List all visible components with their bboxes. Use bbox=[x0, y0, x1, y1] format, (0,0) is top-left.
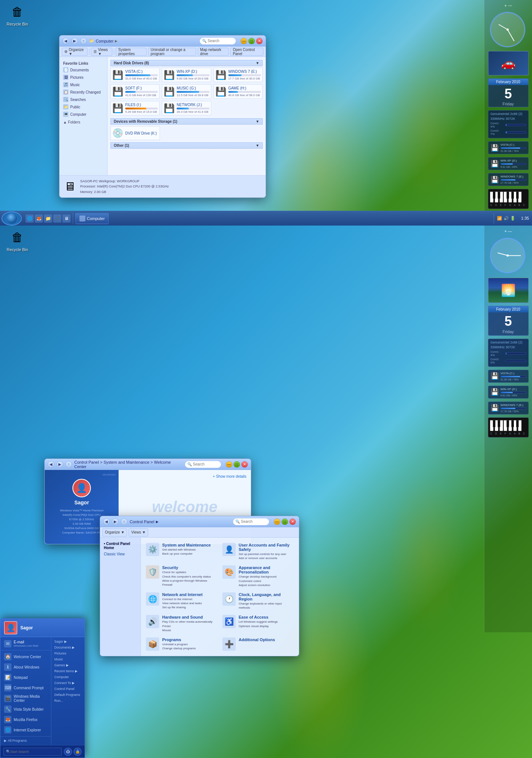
car-thumbnail[interactable]: 🚗 bbox=[488, 51, 529, 75]
sm-about-windows[interactable]: ℹ About Windows bbox=[0, 662, 51, 672]
cp-organize-btn[interactable]: Organize ▼ bbox=[102, 528, 127, 537]
cp-appearance[interactable]: 🎨 Appearance and Personalization Change … bbox=[221, 564, 295, 589]
map-network-btn[interactable]: Map network drive bbox=[198, 48, 229, 56]
cp-classic-link[interactable]: Classic View bbox=[100, 551, 140, 557]
win-close-btn[interactable]: ✕ bbox=[256, 38, 263, 44]
start-menu-search[interactable]: 🔍 bbox=[3, 748, 62, 756]
cp-home-link[interactable]: • Control Panel Home bbox=[100, 541, 140, 551]
welcome-forward-btn[interactable]: ▶ bbox=[57, 461, 63, 468]
cp-system-maintenance[interactable]: ⚙️ System and Maintenance Get started wi… bbox=[144, 541, 219, 562]
all-programs-btn[interactable]: ▶ All Programs bbox=[0, 738, 51, 744]
welcome-maximize-btn[interactable]: □ bbox=[233, 461, 240, 468]
sidebar-public[interactable]: 📁 Public bbox=[59, 103, 107, 111]
piano-key-fs2[interactable] bbox=[507, 420, 509, 427]
folders-section[interactable]: ▲ Folders bbox=[59, 118, 107, 126]
cp-security[interactable]: 🛡️ Security Check for updatesCheck this … bbox=[144, 564, 219, 589]
dvd-drive[interactable]: 💿 DVD RW Drive (K:) bbox=[110, 126, 160, 140]
sm-firefox[interactable]: 🦊 Mozilla Firefox bbox=[0, 714, 51, 725]
welcome-search-input[interactable] bbox=[193, 462, 219, 466]
cp-additional[interactable]: ➕ Additional Options bbox=[221, 636, 295, 652]
piano-key-cs[interactable] bbox=[493, 192, 495, 199]
ql-firefox-icon[interactable]: 🦊 bbox=[35, 214, 43, 223]
cp-forward-btn[interactable]: ▶ bbox=[112, 518, 119, 525]
piano-key-gs2[interactable] bbox=[511, 420, 514, 427]
drive-music-g[interactable]: 💾 MUSIC (G:) 12.5 GB free of 39.8 GB bbox=[162, 84, 211, 99]
piano-key-ds2[interactable] bbox=[498, 420, 500, 427]
landscape-thumbnail[interactable]: 🌅 bbox=[488, 278, 529, 303]
lock-button[interactable]: 🔒 bbox=[74, 748, 82, 756]
piano-key-cs2[interactable] bbox=[493, 420, 495, 427]
drive-win7-e[interactable]: 💾 WINDOWS 7 (E:) 17.7 GB free of 30.0 GB bbox=[214, 68, 263, 82]
sidebar-searches[interactable]: 🔍 Searches bbox=[59, 96, 107, 103]
win-minimize-btn[interactable]: — bbox=[241, 38, 247, 44]
drive-files-i[interactable]: 💾 FILES (I:) 5.29 GB free of 15.0 GB bbox=[110, 101, 160, 115]
recycle-bin-icon-2[interactable]: 🗑 Recycle Bin bbox=[4, 229, 30, 252]
sidebar-pictures[interactable]: 🖼 Pictures bbox=[59, 74, 107, 81]
cp-views-btn[interactable]: Views ▼ bbox=[129, 528, 148, 537]
piano-key-ds[interactable] bbox=[498, 192, 500, 199]
sm-right-documents[interactable]: Documents ▶ bbox=[51, 644, 85, 650]
drive-network-j[interactable]: 💾 NETWORK (J:) 26.3 GB free of 41.6 GB bbox=[162, 101, 211, 115]
uninstall-btn[interactable]: Uninstall or change a program bbox=[148, 48, 196, 56]
cp-ease-access[interactable]: ♿ Ease of Access Let Windows suggest set… bbox=[221, 613, 295, 634]
cp-search-input[interactable] bbox=[241, 520, 267, 524]
cp-search-box[interactable]: 🔍 bbox=[233, 518, 269, 525]
sidebar-add-btn-2[interactable]: + — bbox=[490, 227, 527, 235]
other-header[interactable]: Other (1) ▼ bbox=[110, 142, 263, 149]
welcome-close-btn[interactable]: ✕ bbox=[241, 461, 248, 468]
sm-command-prompt[interactable]: ⌨ Command Prompt bbox=[0, 683, 51, 693]
sm-right-default-programs[interactable]: Default Programs bbox=[51, 692, 85, 698]
sidebar-music[interactable]: 🎵 Music bbox=[59, 81, 107, 88]
drive-game-h[interactable]: 💾 GAME (H:) 40.8 GB free of 58.0 GB bbox=[214, 84, 263, 99]
open-cp-btn[interactable]: Open Control Panel bbox=[230, 48, 263, 56]
sm-right-sagor[interactable]: Sagor ▶ bbox=[51, 639, 85, 644]
explorer-search-box[interactable]: 🔍 bbox=[200, 37, 236, 45]
start-button-top[interactable] bbox=[1, 212, 22, 226]
ql-show-desktop-icon[interactable]: 🖥 bbox=[62, 214, 71, 223]
piano-widget[interactable]: C D E F G A B C bbox=[488, 189, 529, 209]
cp-maximize-btn[interactable]: □ bbox=[282, 518, 288, 525]
win-back-btn[interactable]: ◀ bbox=[62, 38, 69, 44]
piano-key-as2[interactable] bbox=[516, 420, 519, 427]
sm-email[interactable]: ✉ E-mail Windows Live Mail bbox=[0, 639, 51, 649]
removable-header[interactable]: Devices with Removable Storage (1) ▼ bbox=[110, 118, 263, 125]
views-btn[interactable]: ☰ Views ▼ bbox=[91, 48, 112, 56]
system-props-btn[interactable]: System properties bbox=[116, 48, 147, 56]
sm-right-computer[interactable]: Computer bbox=[51, 674, 85, 680]
piano-key-fs[interactable] bbox=[507, 192, 509, 199]
sm-media-center[interactable]: 🎬 Windows Media Center bbox=[0, 693, 51, 704]
piano-widget-2[interactable]: C D E F G A B C bbox=[488, 417, 529, 437]
drive-winxp-d[interactable]: 💾 WIN-XP (D:) 9.80 GB free of 20.0 GB bbox=[162, 68, 211, 82]
sm-right-controlpanel[interactable]: Control Panel bbox=[51, 686, 85, 692]
piano-key-as[interactable] bbox=[516, 192, 519, 199]
sm-right-music[interactable]: Music bbox=[51, 656, 85, 662]
welcome-up-btn[interactable]: ↑ bbox=[65, 461, 72, 468]
sm-right-run[interactable]: Run... bbox=[51, 698, 85, 704]
sm-right-recent[interactable]: Recent Items ▶ bbox=[51, 668, 85, 674]
sidebar-documents[interactable]: 📄 Documents bbox=[59, 66, 107, 74]
sidebar-add-btn[interactable]: + — bbox=[490, 2, 527, 9]
welcome-minimize-btn[interactable]: — bbox=[226, 461, 232, 468]
start-search-input[interactable] bbox=[10, 750, 59, 754]
piano-key-gs[interactable] bbox=[511, 192, 514, 199]
cp-hardware-sound[interactable]: 🔊 Hardware and Sound Play CDs or other m… bbox=[144, 613, 219, 634]
cp-programs[interactable]: 📦 Programs Uninstall a programChange sta… bbox=[144, 636, 219, 652]
cp-user-accounts[interactable]: 👤 User Accounts and Family Safety Set up… bbox=[221, 541, 295, 562]
recycle-bin-icon[interactable]: 🗑 Recycle Bin bbox=[4, 3, 30, 26]
organize-btn[interactable]: ⚙ Organize ▼ bbox=[62, 48, 88, 56]
explorer-search-input[interactable] bbox=[208, 39, 233, 43]
sidebar-recently-changed[interactable]: 📋 Recently Changed bbox=[59, 88, 107, 96]
sm-right-games[interactable]: Games ▶ bbox=[51, 662, 85, 668]
cp-clock-language[interactable]: 🕐 Clock, Language, and Region Change key… bbox=[221, 591, 295, 611]
ql-folder-icon[interactable]: 📁 bbox=[44, 214, 52, 223]
sm-vista-style[interactable]: 🔧 Vista Style Builder bbox=[0, 704, 51, 714]
welcome-search-box[interactable]: 🔍 bbox=[185, 461, 221, 468]
sidebar-computer[interactable]: 💻 Computer bbox=[59, 111, 107, 118]
power-button[interactable]: ⏻ bbox=[64, 748, 72, 756]
ql-media-icon[interactable]: 🎵 bbox=[53, 214, 61, 223]
hard-drives-header[interactable]: Hard Disk Drives (8) ▼ bbox=[110, 60, 263, 66]
cp-minimize-btn[interactable]: — bbox=[274, 518, 280, 525]
show-more-btn[interactable]: + Show more details bbox=[213, 474, 246, 478]
ql-ie-icon[interactable]: 🌐 bbox=[25, 214, 34, 223]
win-forward-btn[interactable]: ▶ bbox=[71, 38, 78, 44]
